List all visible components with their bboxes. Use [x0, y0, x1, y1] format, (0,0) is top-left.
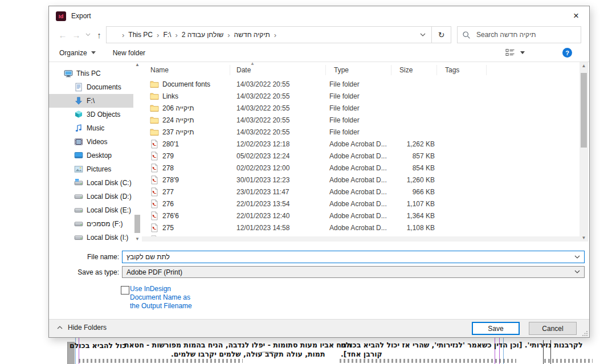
table-row[interactable]: 27512/01/2023 14:58Adobe Acrobat D...1,1… — [142, 222, 580, 234]
use-indesign-name-label[interactable]: Use InDesign Document Name as the Output… — [130, 285, 192, 310]
file-list: ▲ Name Date Type Size Tags Document font… — [142, 62, 580, 242]
sidebar-item-3d-objects[interactable]: 3D Objects — [49, 108, 133, 121]
breadcrumb[interactable]: ›This PC›F:\›שולחן עבודה 2›תיקיה חדשה› — [106, 26, 432, 43]
scroll-down-icon[interactable]: ▼ — [580, 235, 588, 240]
sidebar-item-local-disk-c[interactable]: Local Disk (C:) — [49, 176, 133, 190]
scrollbar-thumb[interactable] — [134, 215, 140, 233]
sidebar-item-music[interactable]: Music — [49, 121, 133, 135]
file-size: 1,262 KB — [358, 140, 435, 148]
sidebar-item-local-disk-e[interactable]: Local Disk (E:) — [49, 203, 133, 217]
dialog-content: This PCDocumentsF:\3D ObjectsMusicVideos… — [49, 62, 589, 242]
breadcrumb-item-f[interactable]: F:\ — [161, 31, 173, 39]
use-indesign-name-checkbox[interactable] — [121, 286, 129, 295]
file-name: 279 — [162, 152, 174, 160]
sidebar-item-local-disk-i[interactable]: Local Disk (I:) — [49, 231, 133, 242]
disk-os-icon — [74, 178, 83, 187]
table-row[interactable]: Links14/03/2022 20:55File folder — [142, 91, 580, 103]
file-name-label: File name: — [55, 253, 119, 261]
scroll-up-icon[interactable]: ▲ — [133, 62, 141, 67]
file-date: 14/03/2022 20:55 — [236, 116, 289, 124]
sidebar-item-desktop[interactable]: Desktop — [49, 149, 133, 162]
file-name-input[interactable] — [122, 251, 585, 263]
folder-icon — [150, 80, 159, 89]
pdf-icon — [150, 152, 159, 161]
file-date: 30/01/2023 12:23 — [236, 176, 289, 184]
view-options-chevron-icon[interactable] — [520, 51, 525, 54]
breadcrumb-item-this-pc[interactable]: This PC — [126, 31, 155, 39]
table-row[interactable]: 280'112/02/2023 12:18Adobe Acrobat D...1… — [142, 138, 580, 150]
table-row[interactable]: 27622/01/2023 13:54Adobe Acrobat D...1,1… — [142, 198, 580, 210]
chevron-down-icon — [91, 51, 96, 54]
file-type: File folder — [329, 104, 360, 112]
file-name: 276 — [162, 200, 174, 208]
file-list-horizontal-scrollbar[interactable] — [142, 236, 580, 242]
hide-folders-button[interactable]: Hide Folders — [57, 324, 107, 332]
file-date: 12/02/2023 12:18 — [236, 140, 289, 148]
indesign-app-icon: Id — [56, 11, 66, 21]
sidebar-item-documents[interactable]: Documents — [49, 80, 133, 94]
file-list-scrollbar[interactable]: ▲ ▼ — [580, 62, 588, 242]
column-header-name[interactable]: Name — [150, 66, 169, 74]
details-view-icon[interactable] — [505, 48, 515, 57]
back-icon[interactable]: ← — [56, 30, 70, 40]
folder-icon — [150, 128, 159, 137]
save-as-type-chevron-icon[interactable] — [574, 270, 580, 273]
sidebar-item-label: Local Disk (C:) — [87, 179, 132, 187]
sidebar-item-label: מסמכים (F:) — [87, 220, 123, 228]
checkbox-label-line: Use InDesign — [130, 285, 192, 293]
table-row[interactable]: 27723/01/2023 11:47Adobe Acrobat D...966… — [142, 186, 580, 198]
sidebar-item-local-disk-d[interactable]: Local Disk (D:) — [49, 190, 133, 203]
sidebar-item-videos[interactable]: Videos — [49, 135, 133, 149]
column-header-type[interactable]: Type — [334, 66, 349, 74]
table-row[interactable]: תיקייה 20614/03/2022 20:55File folder — [142, 103, 580, 114]
scroll-up-icon[interactable]: ▲ — [580, 63, 588, 68]
sidebar-item-f[interactable]: מסמכים (F:) — [49, 217, 133, 231]
breadcrumb-item-2[interactable]: שולחן עבודה 2 — [179, 31, 226, 39]
table-row[interactable]: Document fonts14/03/2022 20:55File folde… — [142, 79, 580, 91]
save-button[interactable]: Save — [472, 322, 520, 335]
save-as-type-dropdown[interactable]: Adobe PDF (Print) — [122, 266, 585, 278]
pdf-icon — [150, 223, 159, 232]
file-date: 22/01/2023 13:54 — [236, 200, 289, 208]
new-folder-button[interactable]: New folder — [113, 49, 145, 57]
checkbox-label-line: Document Name as — [130, 293, 192, 302]
organize-button[interactable]: Organize — [59, 49, 96, 57]
refresh-icon[interactable]: ↻ — [431, 26, 451, 43]
table-row[interactable]: 27905/02/2023 12:24Adobe Acrobat D...857… — [142, 150, 580, 162]
help-icon[interactable]: ? — [562, 48, 572, 58]
ornament-flourish — [251, 350, 279, 358]
up-icon[interactable]: ↑ — [92, 30, 106, 40]
scrollbar-thumb[interactable] — [581, 73, 587, 148]
table-row[interactable]: תיקייה 23714/03/2022 20:55File folder — [142, 126, 580, 138]
dialog-footer: Hide Folders Save Cancel — [49, 319, 589, 337]
scroll-down-icon[interactable]: ▼ — [133, 236, 141, 242]
sidebar-item-pictures[interactable]: Pictures — [49, 162, 133, 176]
table-row[interactable]: 27802/02/2023 12:00Adobe Acrobat D...854… — [142, 162, 580, 174]
resize-grip[interactable] — [582, 330, 588, 336]
table-row[interactable]: תיקייה 22414/03/2022 20:55File folder — [142, 114, 580, 126]
column-header-tags[interactable]: Tags — [445, 66, 459, 74]
recent-locations-chevron-icon[interactable] — [83, 33, 92, 36]
breadcrumb-item-item[interactable]: תיקיה חדשה — [232, 31, 272, 39]
sidebar-item-f[interactable]: F:\ — [49, 94, 133, 108]
table-row[interactable]: 276'622/01/2023 12:40Adobe Acrobat D...1… — [142, 210, 580, 222]
clipped-text — [79, 359, 243, 363]
cancel-button[interactable]: Cancel — [529, 322, 577, 335]
table-row[interactable]: 278'930/01/2023 12:23Adobe Acrobat D...1… — [142, 174, 580, 186]
sidebar-item-label: Local Disk (D:) — [87, 193, 132, 201]
breadcrumb-chevron-icon[interactable] — [420, 33, 428, 36]
column-header-date[interactable]: Date — [236, 66, 251, 74]
sidebar-item-this-pc[interactable]: This PC — [49, 67, 133, 80]
file-date: 14/03/2022 20:55 — [236, 80, 289, 88]
file-size: 1,108 KB — [358, 224, 435, 232]
forward-icon[interactable]: → — [70, 30, 83, 40]
search-box[interactable] — [457, 26, 581, 43]
column-header-size[interactable]: Size — [399, 66, 413, 74]
search-input[interactable] — [475, 30, 576, 39]
file-name: Document fonts — [162, 80, 210, 88]
sidebar-scrollbar[interactable]: ▲ ▼ — [133, 62, 141, 242]
file-name-chevron-icon[interactable] — [574, 255, 580, 259]
close-icon[interactable]: × — [566, 9, 586, 23]
computer-icon — [64, 69, 73, 78]
pdf-icon — [150, 163, 159, 173]
